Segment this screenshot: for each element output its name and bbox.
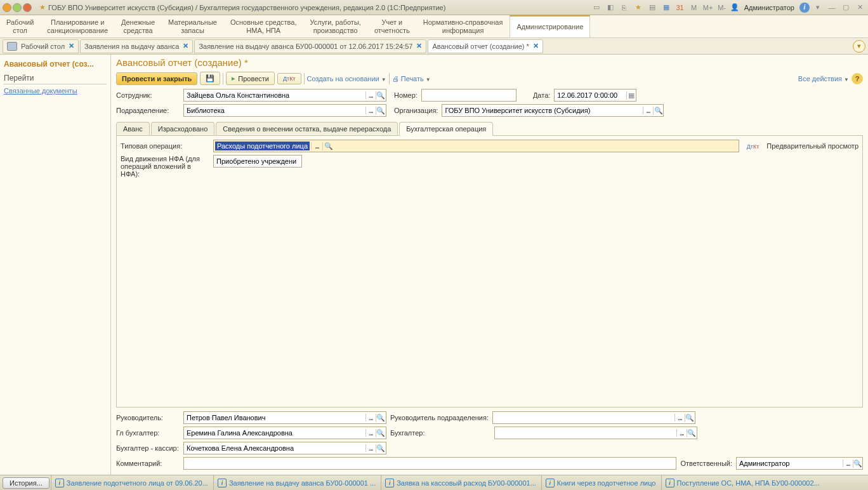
help-icon[interactable]: ?: [852, 73, 863, 84]
star2-icon[interactable]: ★: [633, 2, 644, 13]
dept-manager-field[interactable]: ...🔍: [492, 411, 695, 424]
nav-icon[interactable]: ◧: [605, 2, 616, 13]
window-icon[interactable]: ▭: [591, 2, 602, 13]
tab-accounting[interactable]: Бухгалтерская операция: [399, 122, 493, 136]
nav-admin[interactable]: Администрирование: [510, 15, 590, 37]
ellipsis-icon[interactable]: ...: [843, 460, 852, 467]
date-input[interactable]: [555, 89, 626, 101]
nav-services[interactable]: Услуги, работы, производство: [304, 15, 368, 37]
calendar-icon[interactable]: ▦: [626, 91, 636, 100]
tab-balance[interactable]: Сведения о внесении остатка, выдаче пере…: [216, 122, 398, 135]
ellipsis-icon[interactable]: ...: [643, 107, 653, 114]
cashier-input[interactable]: [184, 442, 365, 454]
status-item[interactable]: iКниги через подотчетное лицо: [541, 475, 660, 490]
employee-field[interactable]: ... 🔍: [183, 89, 386, 102]
comment-input[interactable]: [184, 458, 676, 469]
ellipsis-icon[interactable]: ...: [674, 414, 685, 421]
manager-field[interactable]: ...🔍: [183, 411, 386, 424]
status-item[interactable]: iЗаявление подотчетного лица от 09.06.20…: [51, 475, 212, 490]
sidebar-link-related[interactable]: Связанные документы: [4, 87, 107, 95]
dept-input[interactable]: [184, 105, 365, 116]
status-item[interactable]: iЗаявление на выдачу аванса БУ00-000001 …: [213, 475, 379, 490]
info-icon[interactable]: i: [799, 3, 810, 13]
search-icon[interactable]: 🔍: [376, 91, 386, 100]
search-icon[interactable]: 🔍: [376, 414, 386, 422]
nav-reporting[interactable]: Учет и отчетность: [368, 15, 417, 37]
date-field[interactable]: ▦: [554, 89, 636, 102]
search-icon[interactable]: 🔍: [687, 429, 697, 437]
ellipsis-icon[interactable]: ...: [365, 414, 376, 421]
dept-manager-input[interactable]: [493, 412, 674, 423]
minimize-icon[interactable]: —: [826, 2, 838, 13]
ellipsis-icon[interactable]: ...: [365, 444, 376, 452]
search-icon[interactable]: 🔍: [322, 142, 334, 150]
nav-reference[interactable]: Нормативно-справочная информация: [417, 15, 510, 37]
tab-application-doc[interactable]: Заявление на выдачу аванса БУ00-000001 о…: [194, 39, 426, 53]
tab-close-icon[interactable]: ✕: [69, 42, 74, 50]
ellipsis-icon[interactable]: ...: [311, 142, 322, 150]
close-icon[interactable]: ✕: [854, 2, 865, 13]
mminus-icon[interactable]: M-: [716, 2, 728, 13]
nav-planning[interactable]: Планирование и санкционирование: [41, 15, 115, 37]
tab-close-icon[interactable]: ✕: [533, 42, 539, 50]
cashier-field[interactable]: ...🔍: [183, 442, 386, 454]
acc-input[interactable]: [495, 427, 676, 439]
nav-desktop[interactable]: Рабочий стол: [0, 15, 41, 37]
save-button[interactable]: 💾: [200, 72, 220, 85]
expand-tabs-icon[interactable]: ▾: [853, 40, 865, 53]
nav-assets[interactable]: Основные средства, НМА, НПА: [224, 15, 304, 37]
tab-spent[interactable]: Израсходовано: [151, 122, 215, 135]
all-actions-button[interactable]: Все действия ▼: [798, 75, 849, 83]
search-icon[interactable]: 🔍: [376, 444, 386, 453]
tab-close-icon[interactable]: ✕: [416, 42, 422, 50]
responsible-input[interactable]: [737, 458, 843, 469]
dtct-small-button[interactable]: ДтКт: [743, 141, 763, 151]
search-icon[interactable]: 🔍: [853, 460, 862, 468]
org-input[interactable]: [442, 105, 642, 116]
nfa-input[interactable]: [213, 155, 302, 168]
typical-op-field[interactable]: Расходы подотчетного лица ... 🔍: [213, 140, 739, 152]
mplus-icon[interactable]: M+: [702, 2, 714, 13]
dept-field[interactable]: ... 🔍: [183, 104, 386, 117]
ellipsis-icon[interactable]: ...: [365, 107, 376, 114]
search-icon[interactable]: 🔍: [653, 107, 663, 115]
calendar-icon[interactable]: 31: [674, 2, 686, 13]
dtct-button[interactable]: ДтКт: [277, 73, 301, 84]
search-icon[interactable]: 🔍: [376, 107, 386, 115]
history-button[interactable]: История...: [3, 477, 49, 489]
number-input[interactable]: [422, 89, 516, 101]
dropdown-icon[interactable]: ▾: [812, 2, 824, 13]
responsible-field[interactable]: ...🔍: [736, 457, 863, 470]
tab-close-icon[interactable]: ✕: [183, 42, 188, 50]
nav-materials[interactable]: Материальные запасы: [162, 15, 224, 37]
preview-button[interactable]: Предварительный просмотр: [766, 142, 858, 150]
acc-field[interactable]: ...🔍: [494, 427, 697, 439]
ellipsis-icon[interactable]: ...: [365, 91, 376, 99]
number-field[interactable]: [421, 89, 516, 102]
org-field[interactable]: ... 🔍: [442, 104, 664, 117]
create-on-basis-button[interactable]: Создать на основании ▼: [307, 75, 386, 83]
close-circle-icon[interactable]: [23, 3, 32, 12]
tab-advance[interactable]: Аванс: [116, 122, 150, 135]
tab-applications[interactable]: Заявления на выдачу аванса ✕: [80, 39, 193, 53]
tab-advance-report[interactable]: Авансовый отчет (создание) * ✕: [428, 39, 542, 53]
comment-field[interactable]: [183, 457, 676, 470]
chief-acc-field[interactable]: ...🔍: [183, 427, 386, 439]
employee-input[interactable]: [184, 89, 365, 101]
status-item[interactable]: iЗаявка на кассовый расход БУ00-000001..…: [381, 475, 540, 490]
calc-icon[interactable]: ▦: [661, 2, 672, 13]
manager-input[interactable]: [184, 412, 365, 423]
post-button[interactable]: ▸Провести: [226, 72, 275, 85]
app-icon[interactable]: [3, 3, 11, 12]
ellipsis-icon[interactable]: ...: [676, 429, 687, 437]
link-icon[interactable]: ⎘: [619, 2, 630, 13]
search-icon[interactable]: 🔍: [685, 414, 695, 422]
maximize-icon[interactable]: ▢: [840, 2, 852, 13]
nav-cash[interactable]: Денежные средства: [115, 15, 162, 37]
ellipsis-icon[interactable]: ...: [365, 429, 376, 437]
m-icon[interactable]: M: [688, 2, 700, 13]
min-icon[interactable]: [13, 3, 22, 12]
star-icon[interactable]: ★: [37, 2, 48, 13]
post-and-close-button[interactable]: Провести и закрыть: [116, 72, 197, 85]
search-icon[interactable]: 🔍: [376, 429, 386, 437]
